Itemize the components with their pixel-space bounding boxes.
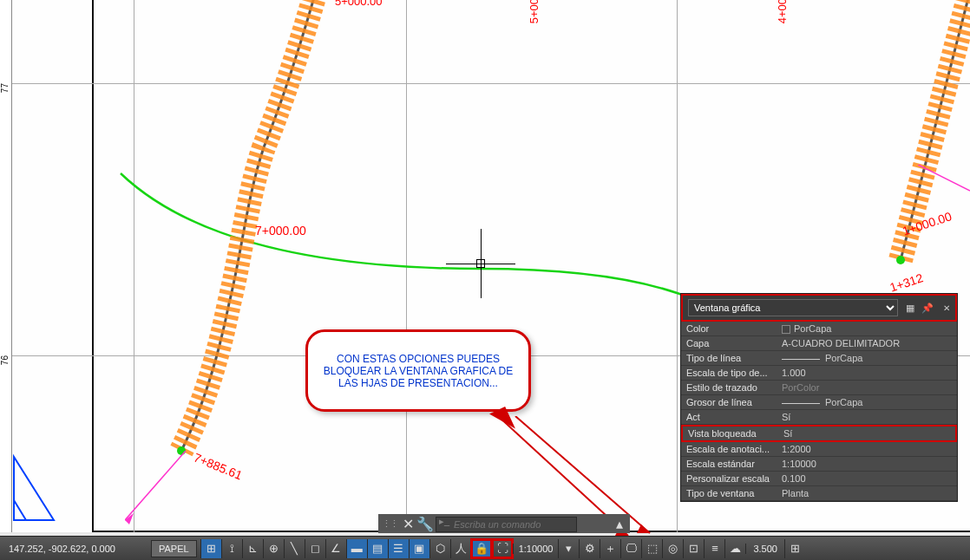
command-input[interactable] — [436, 517, 577, 532]
property-row[interactable]: Grosor de líneaPorCapa — [681, 395, 957, 410]
property-label: Escala de anotaci... — [686, 444, 782, 454]
ortho-icon[interactable]: ⊾ — [242, 539, 263, 558]
pin-icon[interactable]: 📌 — [921, 301, 934, 315]
svg-line-3 — [125, 451, 186, 520]
property-value[interactable]: PorColor — [782, 382, 952, 393]
property-row[interactable]: ColorPorCapa — [681, 322, 957, 336]
annotation-monitor-icon[interactable]: ＋ — [600, 539, 620, 558]
callout-text: CON ESTAS OPCIONES PUEDES BLOQUEAR LA VE… — [320, 353, 516, 389]
grid-v — [406, 0, 407, 532]
property-value[interactable]: Sí — [782, 412, 952, 422]
property-row[interactable]: Personalizar escala0.100 — [681, 472, 957, 486]
svg-marker-7 — [14, 500, 26, 520]
property-value[interactable]: PorCapa — [782, 323, 952, 334]
ucs-icon — [9, 438, 61, 524]
close-icon[interactable]: ✕ — [943, 303, 950, 313]
scale-dropdown-icon[interactable]: ▾ — [558, 539, 579, 558]
property-row[interactable]: Escala de anotaci...1:2000 — [681, 442, 957, 457]
property-row[interactable]: Estilo de trazadoPorColor — [681, 381, 957, 395]
otrack-icon[interactable]: ∠ — [325, 539, 346, 558]
scale-display[interactable]: 1:10000 — [513, 544, 559, 554]
workspace-icon[interactable]: ⚙ — [579, 539, 600, 558]
property-value[interactable]: PorCapa — [782, 353, 952, 363]
elevation-readout[interactable]: 3.500 — [745, 544, 784, 554]
ruler-mark-76: 76 — [0, 355, 10, 365]
hardware-acc-icon[interactable]: ⬚ — [641, 539, 662, 558]
property-row[interactable]: ActSí — [681, 410, 957, 425]
property-value[interactable]: Sí — [783, 428, 950, 439]
property-value[interactable]: A-CUADRO DELIMITADOR — [782, 338, 952, 348]
viewport-maximize-icon[interactable]: ⛶ — [492, 539, 513, 558]
axis-label: 5+00 — [528, 0, 541, 23]
svg-line-5 — [918, 165, 970, 191]
status-bar: 147.252, -902.622, 0.000 PAPEL ⊞ ⟟ ⊾ ⊕ ╲… — [0, 536, 970, 560]
magenta-rays — [125, 451, 229, 529]
property-value[interactable]: 0.100 — [782, 473, 952, 484]
property-label: Capa — [686, 338, 782, 348]
coordinates-readout[interactable]: 147.252, -902.622, 0.000 — [0, 544, 147, 554]
property-value[interactable]: 1:10000 — [782, 459, 952, 469]
property-row[interactable]: Vista bloqueadaSí — [681, 425, 957, 442]
properties-header: Ventana gráfica ▦ 📌 ✕ — [681, 294, 957, 322]
magenta-rays — [918, 165, 970, 208]
axis-label: 4+00 — [776, 0, 789, 23]
annotation-callout: CON ESTAS OPCIONES PUEDES BLOQUEAR LA VE… — [305, 329, 531, 412]
annotation-icon[interactable]: 人 — [450, 539, 471, 558]
property-row[interactable]: Tipo de ventanaPlanta — [681, 486, 957, 501]
isolate-icon[interactable]: ◎ — [662, 539, 683, 558]
property-row[interactable]: CapaA-CUADRO DELIMITADOR — [681, 336, 957, 351]
property-label: Escala estándar — [686, 459, 782, 469]
wrench-icon[interactable]: 🔧 — [418, 517, 432, 531]
ruler-mark-77: 77 — [0, 83, 10, 93]
property-label: Act — [686, 412, 782, 422]
property-label: Color — [686, 323, 782, 334]
property-label: Tipo de línea — [686, 353, 782, 363]
property-label: Personalizar escala — [686, 473, 782, 484]
monitor-icon[interactable]: 🖵 — [620, 539, 641, 558]
clean-screen-icon[interactable]: ⊡ — [683, 539, 704, 558]
space-toggle[interactable]: PAPEL — [151, 540, 197, 557]
isoplane-icon[interactable]: ╲ — [284, 539, 305, 558]
command-bar[interactable]: ⋮⋮ ✕ 🔧 ▸_ ▴ — [378, 514, 630, 533]
property-label: Grosor de línea — [686, 397, 782, 407]
grid-toggle-icon[interactable]: ⊞ — [200, 539, 221, 558]
svg-marker-11 — [637, 524, 650, 533]
dynamic-ucs-icon[interactable]: ⬡ — [429, 539, 450, 558]
property-label: Estilo de trazado — [686, 382, 782, 393]
property-value[interactable]: 1.000 — [782, 368, 952, 378]
property-value[interactable]: PorCapa — [782, 397, 952, 407]
transparency-icon[interactable]: ▤ — [367, 539, 388, 558]
3dosnap-icon[interactable]: ▣ — [409, 539, 429, 558]
cloud-icon[interactable]: ☁ — [724, 539, 745, 558]
cursor-pickbox — [476, 259, 485, 268]
units-icon[interactable]: ⊞ — [784, 539, 805, 558]
property-value[interactable]: 1:2000 — [782, 444, 952, 454]
grip-handle-icon[interactable]: ⋮⋮ — [382, 518, 397, 530]
customize-icon[interactable]: ≡ — [704, 539, 724, 558]
osnap-icon[interactable]: ◻ — [305, 539, 325, 558]
property-row[interactable]: Tipo de líneaPorCapa — [681, 351, 957, 366]
station-label: 7+000.00 — [255, 224, 306, 238]
property-label: Vista bloqueada — [688, 428, 783, 439]
chevron-right-icon: ▸_ — [439, 516, 449, 527]
polar-icon[interactable]: ⊕ — [263, 539, 284, 558]
property-label: Escala de tipo de... — [686, 368, 782, 378]
selection-cycling-icon[interactable]: ☰ — [388, 539, 409, 558]
close-icon[interactable]: ✕ — [401, 517, 415, 531]
properties-panel[interactable]: Ventana gráfica ▦ 📌 ✕ ColorPorCapaCapaA-… — [680, 293, 958, 502]
grid-h — [12, 83, 970, 84]
chevron-up-icon[interactable]: ▴ — [613, 517, 626, 531]
property-row[interactable]: Escala de tipo de...1.000 — [681, 366, 957, 381]
property-label: Tipo de ventana — [686, 488, 782, 498]
object-type-select[interactable]: Ventana gráfica — [688, 299, 898, 316]
axis-label: 5+000.00 — [335, 0, 383, 8]
property-row[interactable]: Escala estándar1:10000 — [681, 457, 957, 472]
snap-icon[interactable]: ⟟ — [221, 539, 242, 558]
lock-viewport-icon[interactable]: 🔒 — [471, 539, 492, 558]
lineweight-icon[interactable]: ▬ — [346, 539, 367, 558]
property-value[interactable]: Planta — [782, 488, 952, 498]
quick-select-icon[interactable]: ▦ — [903, 301, 917, 315]
